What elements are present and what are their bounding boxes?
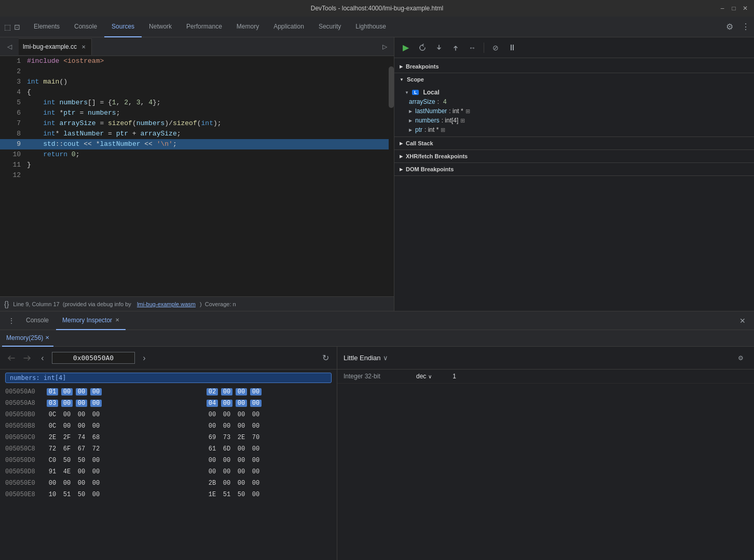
more-options-icon[interactable]: ⋮: [742, 22, 750, 32]
step-out-button[interactable]: [448, 40, 463, 55]
call-stack-section: ▶ Call Stack: [394, 137, 754, 150]
scope-content: ▼ L Local arraySize : 4 ▶: [394, 86, 754, 136]
tab-lighthouse[interactable]: Lighthouse: [348, 17, 393, 37]
memory-256-close[interactable]: ✕: [45, 335, 49, 340]
restore-button[interactable]: □: [730, 5, 737, 12]
file-tab-lmi[interactable]: lmi-bug-example.cc ✕: [19, 38, 92, 55]
hex-row-8[interactable]: 005050E0 00 00 00 00 2B 00 0: [0, 477, 337, 489]
hex-row-9[interactable]: 005050E8 10 51 50 00 1E 51 5: [0, 489, 337, 500]
local-label: Local: [423, 89, 439, 96]
step-into-button[interactable]: [432, 40, 446, 55]
source-code-lines: 1 #include <iostream> 2 3 int main (): [0, 56, 394, 296]
step-over-button[interactable]: [415, 40, 430, 55]
source-line-4[interactable]: 4 {: [0, 87, 394, 98]
source-line-9[interactable]: 9 std :: cout << * lastNumber << '\n' ;: [0, 139, 394, 149]
hex-row-1[interactable]: 005050A8 03 00 00 00 04 00 0: [0, 398, 337, 409]
titlebar-title: DevTools - localhost:4000/lmi-bug-exampl…: [311, 5, 443, 12]
hex-row-6[interactable]: 005050D0 C0 50 50 00 00 00 0: [0, 455, 337, 466]
hex-row-3[interactable]: 005050B8 0C 00 00 00 00 00 0: [0, 420, 337, 432]
scope-item-ptr[interactable]: ▶ ptr : int * ⊞: [394, 125, 754, 134]
resume-button[interactable]: ▶: [399, 40, 413, 55]
close-button[interactable]: ✕: [742, 5, 749, 12]
deactivate-breakpoints-button[interactable]: ⊘: [488, 40, 503, 55]
hex-bytes-0b: 02 00 00 00: [207, 388, 337, 395]
hex-row-5[interactable]: 005050C8 72 6F 67 72 61 6D 0: [0, 443, 337, 455]
source-line-5[interactable]: 5 int numbers [] = { 1 , 2 , 3 , 4: [0, 98, 394, 108]
hex-row-4[interactable]: 005050C0 2E 2F 74 68 69 73 2: [0, 432, 337, 443]
mem-refresh-button[interactable]: ↻: [319, 352, 332, 364]
memory-256-tab[interactable]: Memory(256) ✕: [2, 330, 53, 347]
file-tab-close-button[interactable]: ✕: [80, 43, 87, 50]
close-all-button[interactable]: ✕: [735, 313, 750, 328]
wasm-link[interactable]: lmi-bug-example.wasm: [137, 301, 196, 307]
hex-row-0[interactable]: 005050A0 01 00 00 00 02 00 0: [0, 386, 337, 398]
source-line-11[interactable]: 11 }: [0, 160, 394, 170]
hex-row-2[interactable]: 005050B0 0C 00 00 00 00 00 0: [0, 409, 337, 420]
memory-inspector-content: Memory(256) ✕ ‹: [0, 330, 754, 560]
hex-bytes-1: 03 00 00 00: [47, 400, 202, 407]
memory-hex-panel: ‹ › ↻ numbers: int[4] 005050A0: [0, 347, 337, 560]
source-line-7[interactable]: 7 int arraySize = sizeof ( numbers )/ si…: [0, 118, 394, 129]
run-snippet-icon[interactable]: ▷: [377, 39, 392, 54]
tab-performance[interactable]: Performance: [179, 17, 229, 37]
endian-label: Little Endian: [344, 354, 381, 362]
source-line-10[interactable]: 10 return 0 ;: [0, 149, 394, 160]
tab-console-bottom[interactable]: Console: [20, 311, 55, 330]
source-line-12[interactable]: 12: [0, 170, 394, 181]
scope-triangle: ▼: [400, 77, 404, 82]
inspect-element-icon[interactable]: ⬚: [4, 23, 11, 31]
settings-icon[interactable]: ⚙: [726, 22, 733, 32]
source-line-2[interactable]: 2: [0, 66, 394, 77]
memory-inspector-tab-close[interactable]: ✕: [115, 317, 119, 323]
navigator-toggle[interactable]: ◁: [2, 39, 17, 54]
value-inspector-settings-button[interactable]: ⚙: [733, 351, 748, 365]
call-stack-header[interactable]: ▶ Call Stack: [394, 137, 754, 149]
tab-memory-inspector[interactable]: Memory Inspector ✕: [56, 311, 126, 330]
hex-bytes-9: 10 51 50 00: [47, 491, 202, 498]
scope-item-arraysize[interactable]: arraySize : 4: [394, 97, 754, 106]
endian-selector[interactable]: Little Endian ∨: [344, 354, 388, 362]
source-scrollbar[interactable]: [389, 56, 394, 296]
int32-type-label: Integer 32-bit: [344, 373, 406, 380]
source-editor: 1 #include <iostream> 2 3 int main (): [0, 56, 394, 296]
tab-security[interactable]: Security: [311, 17, 348, 37]
mem-prev-button[interactable]: ‹: [36, 352, 49, 364]
step-button[interactable]: ↔: [465, 40, 479, 55]
hex-bytes-5: 72 6F 67 72: [47, 445, 202, 453]
tab-elements[interactable]: Elements: [26, 17, 67, 37]
mem-back-button[interactable]: [5, 352, 18, 364]
tab-network[interactable]: Network: [142, 17, 179, 37]
hex-bytes-8b: 2B 00 00 00: [207, 480, 337, 487]
source-line-8[interactable]: 8 int * lastNumber = ptr + arraySize ;: [0, 129, 394, 139]
dom-header[interactable]: ▶ DOM Breakpoints: [394, 163, 754, 175]
tab-console[interactable]: Console: [67, 17, 104, 37]
status-text: Line 9, Column 17 (provided via debug in…: [13, 301, 133, 307]
var-badge-text: numbers: int[4]: [10, 374, 66, 381]
minimize-button[interactable]: –: [719, 5, 726, 12]
scope-local-header[interactable]: ▼ L Local: [394, 88, 754, 97]
source-line-6[interactable]: 6 int * ptr = numbers ;: [0, 108, 394, 118]
call-stack-triangle: ▶: [400, 141, 403, 146]
memory-address-input[interactable]: [52, 352, 135, 364]
scope-item-lastnumber[interactable]: ▶ lastNumber : int * ⊞: [394, 106, 754, 116]
tab-application[interactable]: Application: [266, 17, 311, 37]
scope-item-numbers[interactable]: ▶ numbers : int[4] ⊞: [394, 116, 754, 125]
pause-on-exceptions-button[interactable]: ⏸: [505, 40, 519, 55]
int32-format-selector[interactable]: dec ∨: [416, 373, 432, 380]
tab-sources[interactable]: Sources: [104, 17, 142, 37]
xhr-header[interactable]: ▶ XHR/fetch Breakpoints: [394, 150, 754, 162]
int32-format-label: dec: [416, 373, 426, 380]
hex-bytes-5b: 61 6D 00 00: [207, 445, 337, 453]
more-tabs-icon[interactable]: ⋮: [4, 313, 19, 328]
device-toolbar-icon[interactable]: ⊡: [14, 23, 20, 31]
source-line-1[interactable]: 1 #include <iostream>: [0, 56, 394, 66]
source-line-3[interactable]: 3 int main (): [0, 77, 394, 87]
breakpoints-header[interactable]: ▶ Breakpoints: [394, 60, 754, 73]
hex-bytes-9b: 1E 51 50 00: [207, 491, 337, 498]
mem-next-button[interactable]: ›: [138, 352, 150, 364]
hex-row-7[interactable]: 005050D8 91 4E 00 00 00 00 0: [0, 466, 337, 477]
scope-header[interactable]: ▼ Scope: [394, 73, 754, 86]
tab-memory[interactable]: Memory: [229, 17, 266, 37]
mem-forward-button[interactable]: [21, 352, 33, 364]
titlebar-controls: – □ ✕: [719, 5, 749, 12]
